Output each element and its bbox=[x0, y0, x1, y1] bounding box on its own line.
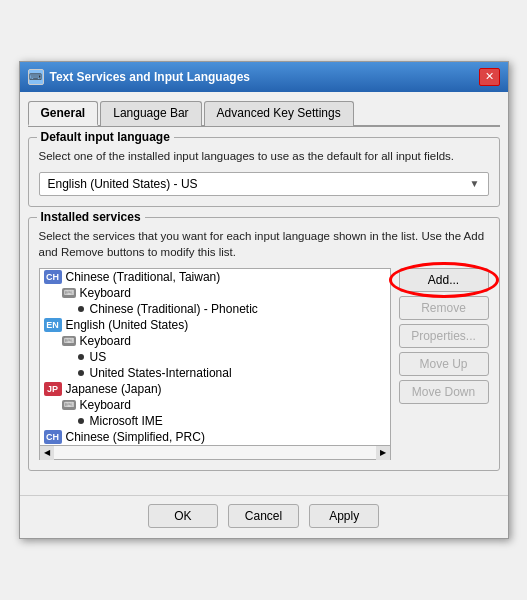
lang-label: Chinese (Simplified, PRC) bbox=[66, 430, 205, 444]
keyboard-label: Keyboard bbox=[80, 286, 131, 300]
dropdown-value: English (United States) - US bbox=[48, 177, 198, 191]
list-item[interactable]: ⌨ Keyboard bbox=[40, 285, 390, 301]
lang-label: Chinese (Traditional, Taiwan) bbox=[66, 270, 221, 284]
item-label: US bbox=[90, 350, 107, 364]
lang-label: English (United States) bbox=[66, 318, 189, 332]
bullet-icon bbox=[78, 418, 84, 424]
tab-general[interactable]: General bbox=[28, 101, 99, 126]
keyboard-icon: ⌨ bbox=[62, 400, 76, 410]
keyboard-label: Keyboard bbox=[80, 334, 131, 348]
apply-button[interactable]: Apply bbox=[309, 504, 379, 528]
list-item[interactable]: EN English (United States) bbox=[40, 317, 390, 333]
move-up-button[interactable]: Move Up bbox=[399, 352, 489, 376]
list-item[interactable]: ⌨ Keyboard bbox=[40, 333, 390, 349]
lang-badge-en: EN bbox=[44, 318, 62, 332]
lang-badge-ch1: CH bbox=[44, 270, 62, 284]
bullet-icon bbox=[78, 306, 84, 312]
close-button[interactable]: ✕ bbox=[479, 68, 500, 86]
scroll-left-button[interactable]: ◀ bbox=[40, 446, 54, 460]
list-item[interactable]: CH Chinese (Simplified, PRC) bbox=[40, 429, 390, 445]
default-input-label: Default input language bbox=[37, 130, 174, 144]
list-item[interactable]: Chinese (Traditional) - Phonetic bbox=[40, 301, 390, 317]
tab-language-bar[interactable]: Language Bar bbox=[100, 101, 201, 126]
scroll-track bbox=[54, 446, 376, 459]
scroll-right-button[interactable]: ▶ bbox=[376, 446, 390, 460]
chevron-down-icon: ▼ bbox=[470, 178, 480, 189]
move-down-button[interactable]: Move Down bbox=[399, 380, 489, 404]
list-item[interactable]: US bbox=[40, 349, 390, 365]
installed-services-group: Installed services Select the services t… bbox=[28, 217, 500, 471]
ok-button[interactable]: OK bbox=[148, 504, 218, 528]
item-label: Microsoft IME bbox=[90, 414, 163, 428]
list-item[interactable]: Microsoft IME bbox=[40, 413, 390, 429]
item-label: Chinese (Traditional) - Phonetic bbox=[90, 302, 258, 316]
default-input-description: Select one of the installed input langua… bbox=[39, 148, 489, 164]
add-button-wrapper: Add... bbox=[399, 268, 489, 292]
horizontal-scrollbar[interactable]: ◀ ▶ bbox=[39, 446, 391, 460]
default-language-dropdown[interactable]: English (United States) - US ▼ bbox=[39, 172, 489, 196]
lang-badge-ch2: CH bbox=[44, 430, 62, 444]
keyboard-icon: ⌨ bbox=[62, 288, 76, 298]
tab-advanced-key-settings[interactable]: Advanced Key Settings bbox=[204, 101, 354, 126]
tab-bar: General Language Bar Advanced Key Settin… bbox=[28, 100, 500, 127]
installed-services-label: Installed services bbox=[37, 210, 145, 224]
list-item[interactable]: United States-International bbox=[40, 365, 390, 381]
default-input-group: Default input language Select one of the… bbox=[28, 137, 500, 207]
properties-button[interactable]: Properties... bbox=[399, 324, 489, 348]
item-label: United States-International bbox=[90, 366, 232, 380]
services-list[interactable]: CH Chinese (Traditional, Taiwan) ⌨ Keybo… bbox=[39, 268, 391, 446]
lang-label: Japanese (Japan) bbox=[66, 382, 162, 396]
list-item[interactable]: JP Japanese (Japan) bbox=[40, 381, 390, 397]
cancel-button[interactable]: Cancel bbox=[228, 504, 299, 528]
title-bar: ⌨ Text Services and Input Languages ✕ bbox=[20, 62, 508, 92]
main-dialog: ⌨ Text Services and Input Languages ✕ Ge… bbox=[19, 61, 509, 539]
services-buttons: Add... Remove Properties... Move Up Move… bbox=[399, 268, 489, 460]
installed-services-description: Select the services that you want for ea… bbox=[39, 228, 489, 260]
dialog-icon: ⌨ bbox=[28, 69, 44, 85]
dialog-title: Text Services and Input Languages bbox=[50, 70, 251, 84]
list-item[interactable]: ⌨ Keyboard bbox=[40, 397, 390, 413]
bullet-icon bbox=[78, 354, 84, 360]
list-item[interactable]: CH Chinese (Traditional, Taiwan) bbox=[40, 269, 390, 285]
keyboard-icon: ⌨ bbox=[62, 336, 76, 346]
keyboard-label: Keyboard bbox=[80, 398, 131, 412]
remove-button[interactable]: Remove bbox=[399, 296, 489, 320]
dialog-body: General Language Bar Advanced Key Settin… bbox=[20, 92, 508, 489]
lang-badge-jp: JP bbox=[44, 382, 62, 396]
bullet-icon bbox=[78, 370, 84, 376]
add-button[interactable]: Add... bbox=[399, 268, 489, 292]
dialog-footer: OK Cancel Apply bbox=[20, 495, 508, 538]
